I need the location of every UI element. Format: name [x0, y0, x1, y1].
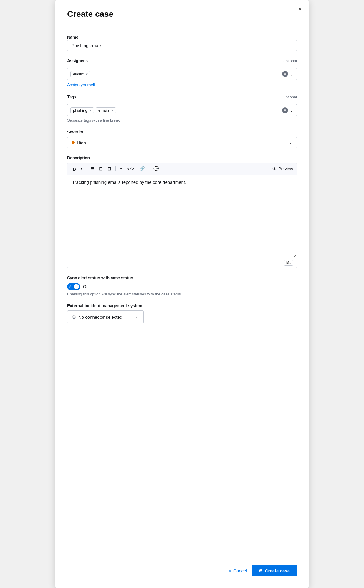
create-plus-icon: ⊕ [259, 568, 263, 573]
assignees-clear-button[interactable]: × [282, 71, 288, 77]
tag-emails: emails × [96, 107, 116, 113]
tag-emails-label: emails [98, 108, 110, 113]
cancel-label: Cancel [233, 568, 247, 573]
comment-button[interactable]: 💬 [152, 165, 161, 172]
close-button[interactable]: × [298, 6, 302, 12]
tags-label: Tags [67, 95, 77, 99]
tags-clear-button[interactable]: × [282, 107, 288, 113]
tag-emails-remove[interactable]: × [111, 108, 114, 112]
tags-chevron-button[interactable]: ⌄ [290, 108, 294, 113]
severity-chevron-icon: ⌄ [289, 140, 292, 145]
severity-select[interactable]: High ⌄ [67, 137, 297, 148]
assignees-input[interactable]: elastic × × ⌄ [67, 68, 297, 80]
bold-button[interactable]: B [71, 166, 78, 172]
assignees-label: Assignees [67, 58, 88, 63]
align-button[interactable]: ☰ [89, 165, 96, 172]
assign-yourself-link[interactable]: Assign yourself [67, 82, 95, 87]
sync-toggle[interactable]: ✓ [67, 283, 80, 290]
toolbar-separator-1 [86, 166, 86, 171]
description-section: Description B I ☰ ⊟ ⊟ " </> 🔗 💬 👁 Previe… [67, 156, 297, 268]
description-content: Tracking phishing emails reported by the… [72, 180, 186, 185]
preview-label: Preview [278, 166, 293, 171]
description-label: Description [67, 156, 297, 160]
modal-footer: × Cancel ⊕ Create case [67, 558, 297, 576]
external-label: External incident management system [67, 303, 297, 308]
external-section: External incident management system ⊖ No… [67, 303, 297, 323]
cancel-button[interactable]: × Cancel [229, 568, 247, 573]
toolbar-separator-3 [149, 166, 149, 171]
code-button[interactable]: </> [125, 165, 136, 172]
preview-button[interactable]: 👁 Preview [272, 166, 293, 171]
description-editor[interactable]: Tracking phishing emails reported by the… [67, 175, 297, 257]
tags-controls: × ⌄ [282, 107, 294, 113]
tag-phishing: phishing × [70, 107, 94, 113]
sync-section: Sync alert status with case status ✓ On … [67, 275, 297, 296]
editor-toolbar: B I ☰ ⊟ ⊟ " </> 🔗 💬 👁 Preview [67, 163, 297, 175]
tags-input[interactable]: phishing × emails × × ⌄ [67, 104, 297, 116]
toggle-row: ✓ On [67, 283, 297, 290]
tags-section: Tags Optional phishing × emails × × ⌄ Se… [67, 95, 297, 123]
assignees-chevron-button[interactable]: ⌄ [290, 71, 294, 77]
connector-value: No connector selected [78, 315, 122, 320]
assignee-tag-elastic: elastic × [70, 71, 90, 77]
sync-hint: Enabling this option will sync the alert… [67, 292, 297, 296]
severity-label: Severity [67, 130, 297, 134]
preview-eye-icon: 👁 [272, 166, 277, 171]
tag-phishing-label: phishing [73, 108, 87, 113]
link-button[interactable]: 🔗 [138, 165, 147, 172]
create-case-button[interactable]: ⊕ Create case [252, 565, 297, 576]
toggle-check-icon: ✓ [69, 285, 72, 289]
unordered-list-button[interactable]: ⊟ [106, 165, 113, 172]
sync-label: Sync alert status with case status [67, 275, 297, 280]
assignee-tag-label: elastic [73, 72, 84, 76]
connector-chevron-icon: ⌄ [135, 314, 139, 320]
create-label: Create case [265, 568, 290, 573]
severity-section: Severity High ⌄ [67, 130, 297, 148]
assignees-optional: Optional [283, 59, 297, 63]
name-input[interactable] [67, 40, 297, 51]
italic-button[interactable]: I [79, 166, 84, 172]
editor-footer: M↓ [67, 257, 297, 268]
sync-on-label: On [83, 284, 89, 289]
tag-phishing-remove[interactable]: × [89, 108, 91, 112]
name-section: Name [67, 34, 297, 51]
assignee-tag-remove[interactable]: × [86, 72, 88, 76]
assignees-controls: × ⌄ [282, 71, 294, 77]
name-label: Name [67, 35, 78, 39]
divider [67, 26, 297, 26]
tags-optional: Optional [283, 95, 297, 99]
assignees-section: Assignees Optional elastic × × ⌄ Assign … [67, 58, 297, 87]
markdown-badge: M↓ [284, 260, 293, 266]
severity-value: High [77, 140, 86, 145]
connector-select[interactable]: ⊖ No connector selected ⌄ [67, 310, 144, 323]
severity-dot [72, 141, 75, 144]
connector-minus-icon: ⊖ [72, 314, 76, 320]
ordered-list-button[interactable]: ⊟ [97, 165, 105, 172]
cancel-x-icon: × [229, 568, 231, 573]
quote-button[interactable]: " [118, 166, 124, 172]
modal-title: Create case [67, 9, 297, 19]
tags-hint: Separate tags with a line break. [67, 118, 297, 123]
toolbar-separator-2 [115, 166, 116, 171]
severity-left: High [72, 140, 86, 145]
create-case-modal: × Create case Name Assignees Optional el… [55, 0, 309, 588]
